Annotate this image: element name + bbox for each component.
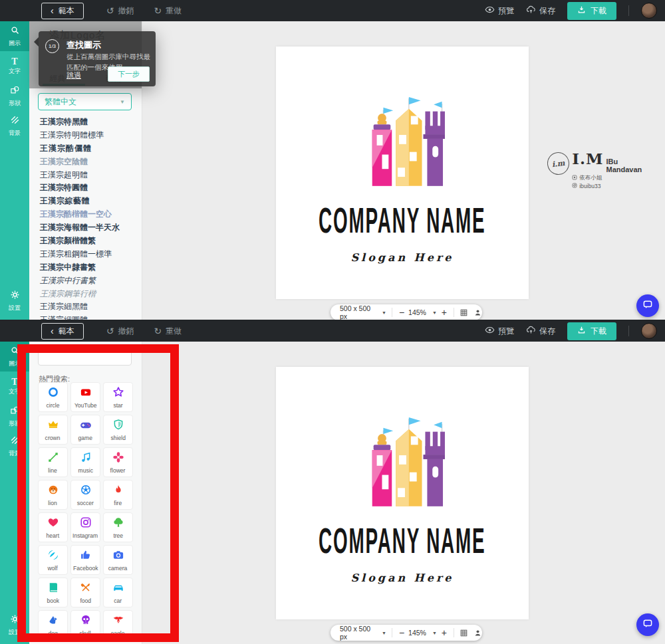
- icon-card-youtube[interactable]: YouTube: [70, 382, 100, 412]
- undo-button[interactable]: ↺ 撤銷: [106, 5, 134, 17]
- font-list-item[interactable]: 王漢宗綜藝體: [29, 195, 142, 208]
- font-list-item[interactable]: 王漢宗特明體標準: [29, 129, 142, 142]
- icon-card-camera[interactable]: camera: [103, 545, 133, 575]
- icon-card-wolf[interactable]: wolf: [38, 545, 68, 575]
- sidebar-item-background[interactable]: 背景: [0, 431, 29, 461]
- center-position-icon[interactable]: [473, 629, 482, 637]
- slogan-text[interactable]: Slogan Here: [351, 251, 454, 264]
- company-name-text[interactable]: COMPANY NAME: [319, 521, 486, 562]
- sidebar-icons-label: 圖示: [9, 360, 21, 368]
- icon-card-eagle[interactable]: eagle: [103, 610, 133, 640]
- download-button[interactable]: 下載: [567, 322, 616, 340]
- icon-card-tree[interactable]: tree: [103, 512, 133, 542]
- tour-title: 查找圖示: [66, 39, 101, 51]
- icon-card-heart[interactable]: heart: [38, 512, 68, 542]
- icon-card-flower[interactable]: flower: [103, 447, 133, 477]
- font-list-item[interactable]: 王漢宗中行書繁: [29, 274, 142, 288]
- icon-card-music[interactable]: music: [70, 447, 100, 477]
- icon-card-crown[interactable]: crown: [38, 415, 68, 445]
- app-logo[interactable]: [0, 0, 29, 21]
- font-list-item[interactable]: 王漢宗酷儷體: [29, 142, 142, 156]
- icon-card-food[interactable]: food: [70, 578, 100, 607]
- center-position-icon[interactable]: [473, 308, 482, 317]
- icon-card-fire[interactable]: fire: [103, 480, 133, 510]
- save-button[interactable]: 保存: [526, 325, 555, 337]
- save-button[interactable]: 保存: [526, 5, 555, 17]
- icon-card-soccer[interactable]: soccer: [70, 480, 100, 510]
- font-list-item[interactable]: 王漢宗細圓體: [29, 314, 142, 320]
- chat-support-button[interactable]: [636, 294, 659, 317]
- font-list-item[interactable]: 王漢宗細黑體: [29, 300, 142, 314]
- font-list-item[interactable]: 王漢宗顏楷體繁: [29, 235, 142, 248]
- caret-down-icon: ▼: [432, 310, 437, 315]
- font-list-item[interactable]: 王漢宗中隸書繁: [29, 261, 142, 274]
- icon-card-circle[interactable]: circle: [38, 382, 68, 412]
- font-list-item[interactable]: 王漢宗超明體: [29, 169, 142, 182]
- language-select[interactable]: 繁體中文 ▼: [38, 93, 132, 110]
- templates-button[interactable]: ‹ 範本: [41, 3, 84, 19]
- icon-search-input[interactable]: [38, 347, 132, 366]
- sidebar-item-shapes[interactable]: 形狀: [0, 401, 29, 431]
- font-list-item[interactable]: 王漢宗空陰體: [29, 156, 142, 169]
- zoom-level-select[interactable]: 145%: [408, 629, 426, 637]
- preview-button[interactable]: 預覽: [485, 325, 514, 337]
- shapes-icon: [10, 405, 20, 418]
- company-name-text[interactable]: COMPANY NAME: [319, 201, 486, 242]
- undo-button[interactable]: ↺ 撤銷: [106, 326, 134, 337]
- icon-card-car[interactable]: car: [103, 578, 133, 607]
- tour-skip-link[interactable]: 跳過: [66, 70, 81, 80]
- icon-card-line[interactable]: line: [38, 447, 68, 477]
- font-list-item[interactable]: 王漢宗酷楷體一空心: [29, 208, 142, 221]
- redo-button[interactable]: ↻ 重做: [154, 5, 182, 17]
- preview-button[interactable]: 預覽: [485, 5, 514, 17]
- app-logo[interactable]: [0, 320, 29, 342]
- castle-logo-graphic[interactable]: [360, 94, 445, 191]
- undo-icon: ↺: [106, 5, 114, 16]
- sidebar-item-shapes[interactable]: 形狀: [0, 81, 29, 111]
- sidebar-item-text[interactable]: T 文字: [0, 372, 29, 401]
- design-canvas[interactable]: COMPANY NAME Slogan Here: [276, 367, 529, 619]
- grid-toggle-icon[interactable]: [460, 308, 468, 317]
- soccer-icon: [80, 484, 92, 498]
- slogan-text[interactable]: Slogan Here: [351, 572, 454, 584]
- castle-logo-graphic[interactable]: [360, 415, 445, 512]
- flower-icon: [112, 451, 124, 466]
- icon-card-instagram[interactable]: Instagram: [70, 512, 100, 542]
- zoom-in-button[interactable]: +: [442, 307, 447, 318]
- canvas-size-select[interactable]: 500 x 500 px: [340, 625, 378, 641]
- icon-card-book[interactable]: book: [38, 578, 68, 607]
- preview-label: 預覽: [498, 326, 514, 337]
- icon-card-game[interactable]: game: [70, 415, 100, 445]
- user-avatar[interactable]: [641, 323, 657, 339]
- design-canvas[interactable]: COMPANY NAME Slogan Here: [276, 47, 529, 299]
- zoom-out-button[interactable]: −: [399, 307, 404, 318]
- font-list-item[interactable]: 王漢宗粗鋼體一標準: [29, 248, 142, 261]
- zoom-level-select[interactable]: 145%: [408, 308, 426, 316]
- canvas-size-select[interactable]: 500 x 500 px: [340, 304, 378, 320]
- font-list-item[interactable]: 王漢宗鋼筆行楷: [29, 288, 142, 301]
- grid-toggle-icon[interactable]: [460, 629, 468, 637]
- sidebar-item-icons[interactable]: 圖示: [0, 21, 29, 51]
- icon-card-skull[interactable]: skull: [70, 610, 100, 640]
- icon-card-facebook[interactable]: Facebook: [70, 545, 100, 575]
- sidebar-item-icons[interactable]: 圖示: [0, 342, 29, 372]
- zoom-in-button[interactable]: +: [442, 627, 447, 638]
- zoom-out-button[interactable]: −: [399, 627, 404, 638]
- redo-button[interactable]: ↻ 重做: [154, 326, 182, 337]
- icon-card-dog[interactable]: dog: [38, 610, 68, 640]
- font-list-item[interactable]: 王漢宗特黑體: [29, 116, 142, 129]
- sidebar-item-settings[interactable]: 設置: [0, 288, 29, 314]
- sidebar-item-text[interactable]: T 文字: [0, 51, 29, 81]
- icon-card-lion[interactable]: lion: [38, 480, 68, 510]
- font-list-item[interactable]: 王漢宗特圓體: [29, 181, 142, 195]
- icon-card-shield[interactable]: shield: [103, 415, 133, 445]
- icon-card-star[interactable]: star: [103, 382, 133, 412]
- font-list-item[interactable]: 王漢宗海報體一半天水: [29, 221, 142, 235]
- templates-button[interactable]: ‹ 範本: [41, 323, 84, 340]
- download-button[interactable]: 下載: [567, 2, 616, 20]
- tour-next-button[interactable]: 下一步: [108, 66, 150, 82]
- chat-support-button[interactable]: [636, 613, 659, 636]
- sidebar-item-background[interactable]: 背景: [0, 111, 29, 141]
- user-avatar[interactable]: [641, 3, 657, 19]
- sidebar-item-settings[interactable]: 設置: [0, 612, 29, 639]
